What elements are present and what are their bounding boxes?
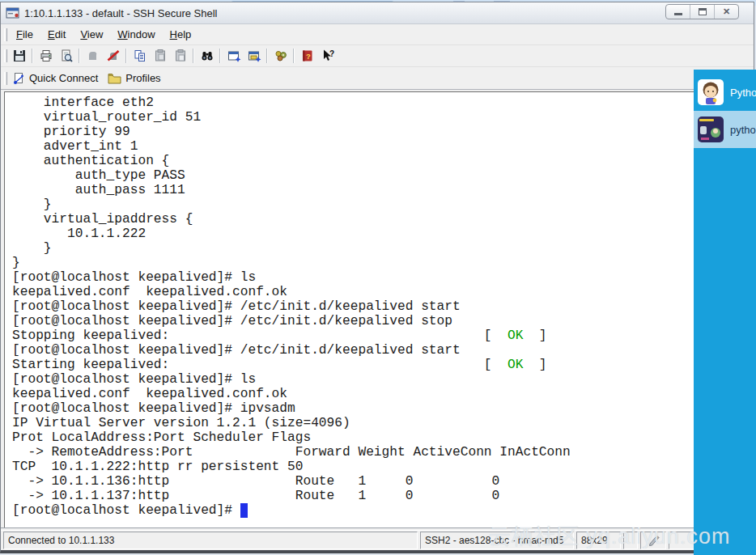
close-button[interactable]: ✕ [715,5,738,19]
copy-button[interactable] [130,47,150,65]
terminal-line: } [12,241,754,256]
terminal-line: Prot LocalAddress:Port Scheduler Flags [12,430,754,445]
contact-item-python-group[interactable]: Python [694,74,756,111]
python-group-avatar [698,79,724,105]
python-avatar [698,117,724,142]
terminal-line: 10.1.1.222 [12,227,754,241]
paste-button-disabled[interactable] [150,47,170,65]
app-icon [6,7,19,19]
quick-connect-bar: Quick Connect Profiles [1,67,754,90]
terminal-line: [root@localhost keepalived]# /etc/init.d… [12,299,754,314]
find-button[interactable] [197,47,217,65]
minimize-icon [674,13,682,15]
connect-icon-disabled [86,49,100,63]
find-icon [200,49,214,63]
print-icon [39,49,53,63]
settings-icon [274,49,288,63]
terminal-line: auth_type PASS [12,168,754,183]
contact-label: Python [730,87,756,99]
print-button[interactable] [36,47,56,65]
terminal-line: -> 10.1.1.136:http Route 1 0 0 [12,474,754,489]
restore-button[interactable] [690,5,715,19]
toolbar-separator [125,49,127,63]
screenshot-stage: 1:10.1.1.133 - default - SSH Secure Shel… [0,0,756,555]
terminal-line: keepalived.conf keepalived.conf.ok [12,387,754,401]
toolbar-separator [32,49,33,63]
terminal-output[interactable]: interface eth2 virtual_router_id 51 prio… [4,91,754,527]
toolbar: ? ? [1,45,754,67]
terminal-line: [root@localhost keepalived]# ls [12,372,754,387]
paste-icon-disabled [173,49,188,63]
terminal-line: } [12,197,754,212]
terminal-line: [root@localhost keepalived]# ipvsadm [12,401,754,416]
restore-icon [699,8,707,15]
terminal-line: priority 99 [12,125,754,139]
quick-connect-button[interactable]: Quick Connect [9,70,104,87]
close-icon: ✕ [723,7,730,16]
status-indicator-pane [640,532,666,549]
toolbar-separator [193,49,194,63]
toolbar-separator [293,49,295,63]
terminal-line: [root@localhost keepalived]# [12,503,754,518]
context-help-button[interactable]: ? [317,47,338,65]
terminal-line: Stopping keepalived: [ OK ] [12,328,754,343]
pen-indicator-icon [648,535,660,546]
ssh-secure-shell-window: 1:10.1.1.133 - default - SSH Secure Shel… [0,2,754,553]
status-empty-pane [623,532,638,549]
terminal-line: advert_int 1 [12,139,754,154]
disconnect-button[interactable] [103,47,123,65]
new-file-transfer-icon [247,49,261,63]
terminal-ok-text: OK [508,358,523,372]
svg-text:?: ? [306,52,311,61]
toolbar-grip[interactable] [4,49,7,62]
save-icon [12,49,27,63]
new-terminal-window-icon [227,49,241,63]
minimize-button[interactable] [666,5,690,19]
profiles-folder-icon [108,73,121,84]
profiles-button[interactable]: Profiles [104,70,167,86]
print-preview-button[interactable] [56,47,76,65]
contact-item-python-selected[interactable]: python [694,111,756,148]
terminal-line: } [12,256,754,270]
save-button[interactable] [9,47,29,65]
status-bar: Connected to 10.1.1.133 SSH2 - aes128-cb… [1,531,754,550]
terminal-line: interface eth2 [12,95,754,110]
toolbar-grip[interactable] [4,28,7,41]
contact-label: python [730,124,756,136]
new-terminal-window-button[interactable] [223,47,244,65]
help-icon: ? [300,49,315,63]
print-preview-icon [59,49,74,63]
terminal-ok-text: OK [508,328,523,343]
profiles-label: Profiles [125,72,160,84]
menu-window[interactable]: Window [110,26,162,43]
menu-edit[interactable]: Edit [40,26,73,43]
help-button[interactable]: ? [297,47,317,65]
terminal-line: [root@localhost keepalived]# /etc/init.d… [12,343,754,358]
title-bar[interactable]: 1:10.1.1.133 - default - SSH Secure Shel… [1,2,754,24]
terminal-cursor [240,503,248,518]
terminal-line: keepalived.conf keepalived.conf.ok [12,285,754,299]
status-connection: Connected to 10.1.1.133 [3,532,418,549]
toolbar-separator [219,49,221,63]
status-encryption: SSH2 - aes128-cbc - hmac-md5 [420,532,574,549]
settings-button[interactable] [270,47,291,65]
terminal-line: -> 10.1.1.137:http Route 1 0 0 [12,489,754,503]
svg-text:?: ? [329,49,333,58]
toolbar-separator [79,49,80,63]
window-controls: ✕ [665,4,739,19]
menu-file[interactable]: File [9,26,40,43]
toolbar-grip[interactable] [4,72,7,85]
connect-button-disabled[interactable] [83,47,103,65]
new-file-transfer-button[interactable] [244,47,264,65]
menu-view[interactable]: View [73,26,110,43]
status-terminal-size: 88x29 [576,532,621,549]
menu-help[interactable]: Help [163,26,199,43]
quick-connect-icon [12,72,25,85]
terminal-line: virtual_router_id 51 [12,110,754,125]
terminal-line: [root@localhost keepalived]# /etc/init.d… [12,314,754,328]
disconnect-icon [106,49,121,63]
context-help-icon: ? [321,49,335,63]
terminal-line: authentication { [12,154,754,168]
paste-special-button-disabled[interactable] [170,47,190,65]
toolbar-separator [266,49,268,63]
